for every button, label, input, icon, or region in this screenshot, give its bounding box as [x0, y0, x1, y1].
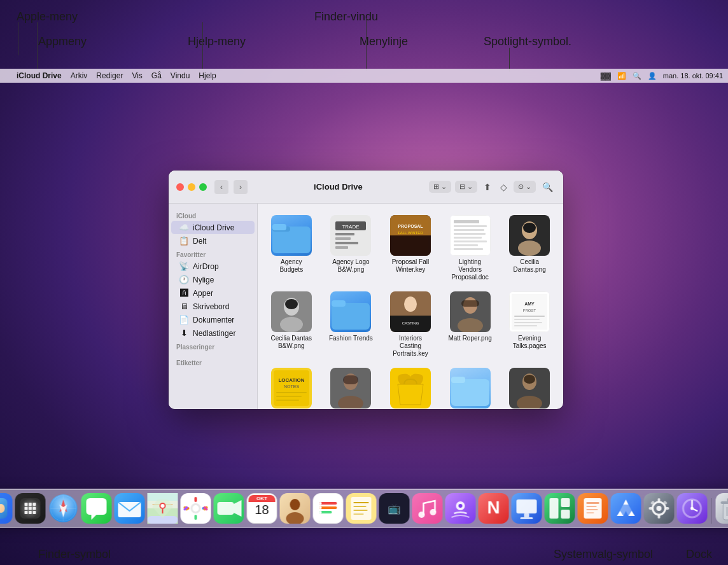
sidebar-label-apper: Apper: [193, 289, 213, 298]
file-item-cecilia-dantas[interactable]: Cecilia Dantas.png: [501, 211, 558, 285]
dock-item-keynote[interactable]: [512, 493, 542, 524]
nylige-icon: 🕐: [179, 275, 189, 284]
sidebar-label-airdrop: AirDrop: [193, 262, 219, 271]
svg-rect-86: [29, 507, 32, 510]
maximize-button[interactable]: [199, 183, 207, 191]
svg-rect-23: [454, 241, 487, 242]
icloud-drive-icon: ☁️: [179, 223, 189, 232]
sidebar-plasseringer-label: Plasseringer: [169, 340, 257, 352]
svg-rect-156: [587, 502, 599, 504]
sidebar-item-dokumenter[interactable]: 📄 Dokumenter: [171, 313, 255, 326]
file-item-talent-deck[interactable]: Talent Deck: [442, 364, 499, 409]
file-item-lighting-vendors[interactable]: Lighting Vendors Proposal.doc: [442, 211, 499, 285]
folder-thumb-talent-deck: [450, 368, 491, 408]
search-icon[interactable]: 🔍: [633, 72, 641, 80]
file-item-matt-roper[interactable]: Matt Roper.png: [442, 288, 499, 361]
dock-item-notes[interactable]: [346, 493, 377, 524]
dock-item-calendar[interactable]: OKT 18: [247, 493, 277, 524]
hjelp-menu-item[interactable]: Hjelp: [199, 71, 216, 80]
sidebar-item-nylige[interactable]: 🕐 Nylige: [171, 273, 255, 286]
dock-item-messages[interactable]: [81, 493, 112, 524]
file-label-agency-logo: Agency Logo B&W.png: [328, 258, 374, 274]
file-thumb-vera-san: [509, 368, 550, 408]
ga-menu-item[interactable]: Gå: [151, 71, 162, 80]
file-grid-area: Agency Budgets TRADE: [258, 204, 563, 409]
file-item-fashion-trends[interactable]: Fashion Trends: [323, 288, 380, 361]
share-button[interactable]: ⬆: [481, 181, 494, 193]
svg-rect-147: [517, 499, 537, 513]
file-label-agency-budgets: Agency Budgets: [269, 258, 314, 274]
sidebar-label-skrivebord: Skrivebord: [193, 302, 229, 311]
minimize-button[interactable]: [188, 183, 195, 191]
dock-item-pages[interactable]: [578, 493, 608, 524]
file-item-agency-logo[interactable]: TRADE Agency Logo B&W.png: [323, 211, 380, 285]
dock-item-contacts[interactable]: [280, 493, 311, 524]
svg-text:PROPOSAL: PROPOSAL: [398, 224, 423, 228]
svg-rect-89: [29, 511, 32, 514]
svg-rect-21: [454, 233, 486, 235]
forward-button[interactable]: ›: [234, 180, 248, 194]
svg-rect-24: [454, 244, 478, 246]
svg-rect-88: [25, 511, 28, 514]
svg-rect-157: [587, 506, 597, 507]
file-item-agency-budgets[interactable]: Agency Budgets: [263, 211, 320, 285]
arkiv-menu-item[interactable]: Arkiv: [71, 71, 88, 80]
file-item-abby[interactable]: Abby.png: [323, 364, 380, 409]
dock-item-mail[interactable]: [115, 493, 145, 524]
dock-item-podcasts[interactable]: [445, 493, 476, 524]
svg-rect-57: [276, 392, 307, 393]
vis-menu-item[interactable]: Vis: [132, 71, 142, 80]
dock-item-news[interactable]: N: [479, 493, 509, 524]
file-thumb-tote-bag: [390, 368, 431, 408]
action-button[interactable]: ⊙ ⌄: [514, 181, 536, 193]
sidebar-item-skrivebord[interactable]: 🖥 Skrivebord: [171, 300, 255, 313]
file-item-tote-bag[interactable]: Tote Bag.jpg: [382, 364, 439, 409]
dock-item-reminders[interactable]: [313, 493, 344, 524]
svg-rect-16: [390, 235, 431, 256]
sidebar-item-airdrop[interactable]: 📡 AirDrop: [171, 260, 255, 273]
file-item-casting-portraits[interactable]: CASTING Interiors Casting Portraits.key: [382, 288, 439, 361]
vindu-menu-item[interactable]: Vindu: [171, 71, 190, 80]
dock-item-appstore[interactable]: [611, 493, 641, 524]
dock-item-finder[interactable]: [0, 493, 13, 524]
file-item-vera-san[interactable]: Vera San.png: [501, 364, 558, 409]
view-toggle-button[interactable]: ⊞ ⌄: [429, 181, 451, 193]
dock-item-system-preferences[interactable]: [644, 493, 675, 524]
dock-item-maps[interactable]: [148, 493, 178, 524]
sidebar-item-nedlastinger[interactable]: ⬇ Nedlastinger: [171, 326, 255, 340]
dock-item-numbers[interactable]: [545, 493, 575, 524]
finder-menu-item[interactable]: iCloud Drive: [17, 71, 62, 80]
file-item-evening-talks[interactable]: AMY FROST Evening Talks.pages: [501, 288, 558, 361]
tag-button[interactable]: ◇: [498, 181, 510, 193]
svg-rect-8: [335, 242, 358, 244]
svg-rect-84: [33, 503, 36, 506]
back-button[interactable]: ‹: [214, 180, 228, 194]
file-label-proposal-fall: Proposal Fall Winter.key: [388, 258, 433, 274]
svg-rect-159: [587, 512, 594, 513]
dock-item-launchpad[interactable]: [15, 493, 46, 524]
dock-item-facetime[interactable]: [214, 493, 244, 524]
window-body: iCloud ☁️ iCloud Drive 📋 Delt Favoritter…: [169, 204, 563, 409]
dock-item-appletv[interactable]: 📺: [379, 493, 410, 524]
dock-item-trash[interactable]: [716, 493, 729, 524]
svg-rect-59: [276, 400, 299, 401]
sidebar-item-icloud-drive[interactable]: ☁️ iCloud Drive: [171, 221, 255, 234]
file-item-cecilia-bw[interactable]: Cecilia Dantas B&W.png: [263, 288, 320, 361]
dock-item-safari[interactable]: [48, 493, 79, 524]
dock-item-photos[interactable]: [181, 493, 211, 524]
dock-item-music[interactable]: [412, 493, 443, 524]
search-button[interactable]: 🔍: [540, 181, 556, 193]
file-thumb-locations-notes: LOCATION NOTES: [271, 368, 312, 408]
svg-rect-167: [666, 507, 669, 510]
svg-rect-51: [514, 322, 542, 323]
sidebar-label-nylige: Nylige: [193, 276, 214, 284]
sidebar-item-delt[interactable]: 📋 Delt: [171, 234, 255, 248]
file-item-locations-notes[interactable]: LOCATION NOTES Locations Notes.key: [263, 364, 320, 409]
close-button[interactable]: [176, 183, 184, 191]
file-item-proposal-fall[interactable]: PROPOSAL FALL WINTER Proposal Fall Winte…: [382, 211, 439, 285]
view-options-button[interactable]: ⊟ ⌄: [455, 181, 477, 193]
menubar: iCloud Drive Arkiv Rediger Vis Gå Vindu …: [0, 69, 728, 83]
rediger-menu-item[interactable]: Rediger: [96, 71, 123, 80]
sidebar-item-apper[interactable]: 🅰 Apper: [171, 286, 255, 300]
dock-item-screen-time[interactable]: [677, 493, 708, 524]
